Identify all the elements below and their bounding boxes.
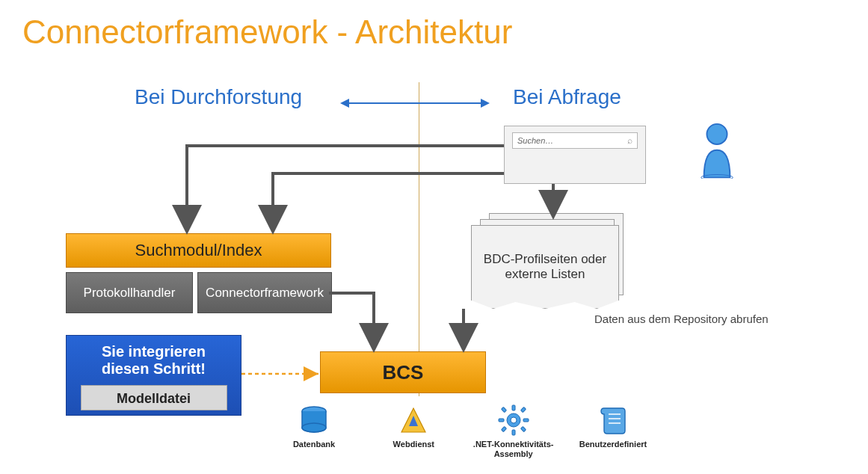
integrate-step-box: Sie integrieren diesen Schritt! Modellda… [66, 335, 241, 416]
vertical-divider [419, 82, 419, 396]
svg-rect-12 [523, 419, 529, 422]
svg-rect-16 [501, 426, 506, 431]
bidirectional-arrow [340, 96, 490, 111]
svg-rect-13 [501, 407, 506, 412]
webservice-label: Webdienst [393, 440, 434, 449]
custom-label: Benutzerdefiniert [579, 440, 647, 449]
svg-point-8 [511, 417, 517, 423]
bdc-line2: externe Listen [505, 267, 585, 282]
bcs-box: BCS [320, 351, 486, 393]
custom-icon-col: Benutzerdefiniert [568, 404, 658, 471]
bdc-line1: BDC-Profilseiten oder [484, 252, 606, 267]
svg-marker-1 [340, 99, 349, 108]
bdc-pages-stack: BDC-Profilseiten oder externe Listen [471, 213, 635, 310]
page-title: Connectorframework - Architektur [22, 13, 512, 51]
database-icon-col: Datenbank [269, 404, 359, 471]
connector-framework-box: Connectorframework [197, 272, 332, 313]
integrate-line1: Sie integrieren [67, 343, 241, 360]
webservice-icon-col: Webdienst [369, 404, 458, 471]
data-source-icons: Datenbank Webdienst [269, 404, 658, 471]
svg-rect-11 [499, 419, 504, 422]
svg-marker-2 [481, 99, 490, 108]
repository-note: Daten aus dem Repository abrufen [594, 313, 769, 325]
model-file-box: Modelldatei [81, 385, 227, 410]
magnifier-icon: ⌕ [627, 135, 632, 146]
scroll-icon [597, 404, 630, 437]
user-icon [695, 121, 739, 179]
svg-rect-14 [520, 426, 526, 431]
subtitle-crawl: Bei Durchforstung [135, 85, 302, 109]
subtitle-query: Bei Abfrage [513, 85, 621, 109]
search-placeholder-text: Suchen… [517, 136, 553, 145]
database-label: Datenbank [293, 440, 335, 449]
dotnet-label: .NET-Konnektivitäts-Assembly [469, 440, 558, 459]
bdc-page-front: BDC-Profilseiten oder externe Listen [471, 225, 619, 309]
webservice-icon [397, 404, 430, 437]
search-module-box: Suchmodul/Index [66, 233, 331, 268]
svg-point-3 [707, 124, 727, 144]
gear-icon [497, 404, 530, 437]
dotnet-icon-col: .NET-Konnektivitäts-Assembly [469, 404, 558, 471]
database-icon [298, 404, 330, 437]
search-input[interactable]: Suchen… ⌕ [512, 132, 638, 149]
svg-rect-9 [512, 405, 515, 410]
svg-rect-15 [520, 407, 526, 412]
svg-rect-10 [512, 430, 515, 435]
protocol-handler-box: Protokollhandler [66, 272, 193, 313]
integrate-line2: diesen Schritt! [67, 360, 241, 378]
search-panel: Suchen… ⌕ [504, 126, 646, 184]
